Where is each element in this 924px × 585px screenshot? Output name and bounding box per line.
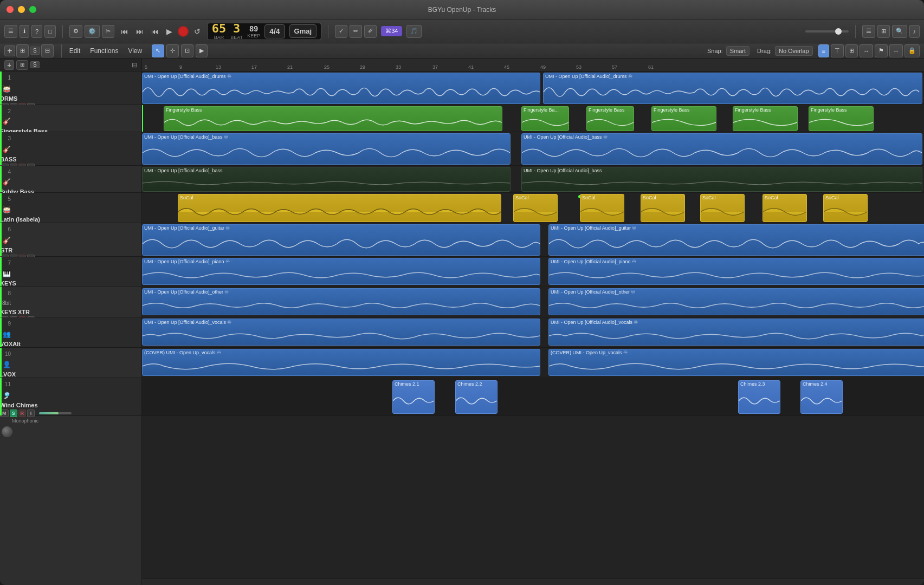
undo-button[interactable]: ⌘34 [381,26,402,36]
view-btn-5[interactable]: ⚑ [875,44,888,57]
view-btn-6[interactable]: ↔ [889,44,903,57]
help-icon[interactable]: ? [31,25,42,38]
input-btn-chimes[interactable]: I [27,410,35,417]
note-icon[interactable]: ♪ [909,25,920,38]
to-start-button[interactable]: ⏮ [149,26,161,37]
clip-gtr-1[interactable]: UMI - Open Up [Official Audio]_guitar ♾ [142,224,540,256]
track-lane-subby[interactable]: UMI - Open Up [Official Audio]_bass UMI … [142,166,924,193]
menu-view[interactable]: View [124,46,146,56]
track-lane-voxalt[interactable]: UMI - Open Up [Official Audio]_vocals ♾ … [142,317,924,348]
window-icon[interactable]: □ [44,25,56,38]
snap-toggle[interactable]: ⊡ [181,44,193,57]
key-signature[interactable]: Gmaj [289,24,317,38]
clip-fsbass-6[interactable]: Fingerstyle Bass [809,106,874,131]
clip-fsbass-4[interactable]: Fingerstyle Bass [651,106,716,131]
clip-voxalt-1[interactable]: UMI - Open Up [Official Audio]_vocals ♾ [142,318,540,346]
clip-chimes-24[interactable]: Chimes 2.4 [800,380,843,414]
marquee-tool[interactable]: ⊹ [166,44,179,57]
track-lane-latin[interactable]: SoCal SoCal [142,193,924,223]
track-lane-gtr[interactable]: UMI - Open Up [Official Audio]_guitar ♾ … [142,223,924,257]
clip-lvox-1[interactable]: (COVER) UMI - Open Up_vocals ♾ [142,349,540,376]
track-lane-keys[interactable]: UMI - Open Up [Official Audio]_piano ♾ U… [142,257,924,287]
clip-lvox-2[interactable]: (COVER) UMI - Open Up_vocals ♾ [548,349,924,376]
timeline-ruler[interactable]: 5 9 13 17 21 25 29 33 37 41 45 49 53 57 … [142,58,924,72]
drag-mode[interactable]: No Overlap [775,46,813,56]
clip-drms-2[interactable]: UMI - Open Up [Official Audio]_drums ♾ [543,73,922,104]
play-button[interactable]: ▶ [164,26,175,37]
clip-chimes-21[interactable]: Chimes 2.1 [392,380,435,414]
check-icon[interactable]: ✓ [335,25,347,38]
minimize-button[interactable] [18,6,25,13]
volume-chimes[interactable] [39,412,72,414]
scissors-icon[interactable]: ✂ [102,25,114,38]
clip-latin-3[interactable]: SoCal [580,194,624,222]
zoom-tool[interactable]: ▶ [196,44,208,57]
clip-keysxtr-1[interactable]: UMI - Open Up [Official Audio]_other ♾ [142,288,540,315]
pencil-icon[interactable]: ✐ [364,25,377,38]
add-track-button[interactable]: + [4,60,14,70]
track-lane-fsbass[interactable]: Fingerstyle Bass Fingerstyle Ba... [142,105,924,132]
record-btn-chimes[interactable]: R [18,410,27,417]
pan-knob-chimes[interactable] [2,426,12,437]
clip-latin-1[interactable]: SoCal [178,194,501,222]
grid-view-icon[interactable]: ⊞ [877,25,890,38]
volume-slider[interactable] [805,30,849,32]
volume-thumb[interactable] [835,28,842,35]
view-btn-7[interactable]: 🔒 [904,44,920,57]
clip-fsbass-2[interactable]: Fingerstyle Ba... [521,106,569,131]
clip-latin-5[interactable]: SoCal [700,194,745,222]
track-lane-chimes[interactable]: Chimes 2.1 Chimes 2.2 [142,378,924,416]
info-icon[interactable]: ℹ [20,25,29,38]
horizontal-scrollbar[interactable] [142,578,924,585]
cursor-tool[interactable]: ↖ [152,44,164,57]
edit-icon[interactable]: ✏ [350,25,362,38]
clip-keys-2[interactable]: UMI - Open Up [Official Audio]_piano ♾ [548,258,924,285]
time-signature[interactable]: 4/4 [264,24,285,38]
track-lane-bass[interactable]: UMI - Open Up [Official Audio]_bass ♾ UM… [142,132,924,166]
snap-mode[interactable]: Smart [726,46,749,56]
clip-latin-6[interactable]: SoCal [763,194,807,222]
clip-latin-2[interactable]: SoCal [513,194,558,222]
track-grid-button[interactable]: ⊞ [16,60,28,70]
clip-fsbass-3[interactable]: Fingerstyle Bass [586,106,634,131]
view-btn-2[interactable]: ⊤ [831,44,844,57]
clip-keysxtr-2[interactable]: UMI - Open Up [Official Audio]_other ♾ [548,288,924,315]
list-icon[interactable]: ☰ [4,25,17,38]
view-btn-1[interactable]: ≡ [818,44,829,57]
track-lane-drms[interactable]: UMI - Open Up [Official Audio]_drums ♾ U… [142,72,924,105]
menu-functions[interactable]: Functions [86,46,122,56]
tuner-icon[interactable]: 🎵 [406,25,422,38]
search-icon[interactable]: 🔍 [892,25,907,38]
add-button[interactable]: + [4,46,15,56]
clip-latin-7[interactable]: SoCal [823,194,868,222]
mixer-icon[interactable]: ⚙️ [85,25,100,38]
grid-button[interactable]: ⊞ [16,44,29,57]
clip-voxalt-2[interactable]: UMI - Open Up [Official Audio]_vocals ♾ [548,318,924,346]
solo-btn-chimes[interactable]: S [10,410,17,417]
track-lane-keys-xtr[interactable]: UMI - Open Up [Official Audio]_other ♾ U… [142,287,924,317]
clip-drms-1[interactable]: UMI - Open Up [Official Audio]_drums ♾ [142,73,540,104]
record-button[interactable] [178,26,189,37]
clip-bass-2[interactable]: UMI - Open Up [Official Audio]_bass ♾ [521,133,922,165]
clip-subby-1[interactable]: UMI - Open Up [Official Audio]_bass [142,167,511,192]
clip-bass-1[interactable]: UMI - Open Up [Official Audio]_bass ♾ [142,133,511,165]
clip-subby-2[interactable]: UMI - Open Up [Official Audio]_bass [521,167,922,192]
track-collapse-button[interactable]: ⊟ [132,61,137,69]
clip-chimes-23[interactable]: Chimes 2.3 [738,380,780,414]
view-btn-3[interactable]: ⊞ [845,44,858,57]
list-view-icon[interactable]: ☰ [862,25,875,38]
clip-fsbass-1[interactable]: Fingerstyle Bass [164,106,502,131]
maximize-button[interactable] [29,6,36,13]
menu-edit[interactable]: Edit [65,46,85,56]
view-btn-4[interactable]: ↔ [860,44,873,57]
clip-keys-1[interactable]: UMI - Open Up [Official Audio]_piano ♾ [142,258,540,285]
fast-forward-button[interactable]: ⏭ [134,26,146,37]
close-button[interactable] [7,6,14,13]
settings-icon[interactable]: ⚙ [69,25,82,38]
clip-chimes-22[interactable]: Chimes 2.2 [455,380,497,414]
config-button[interactable]: ⊟ [41,44,54,57]
clip-fsbass-5[interactable]: Fingerstyle Bass [733,106,798,131]
track-lane-lvox[interactable]: (COVER) UMI - Open Up_vocals ♾ (COVER) U… [142,348,924,378]
clip-latin-4[interactable]: SoCal [641,194,685,222]
rewind-button[interactable]: ⏮ [119,26,131,37]
